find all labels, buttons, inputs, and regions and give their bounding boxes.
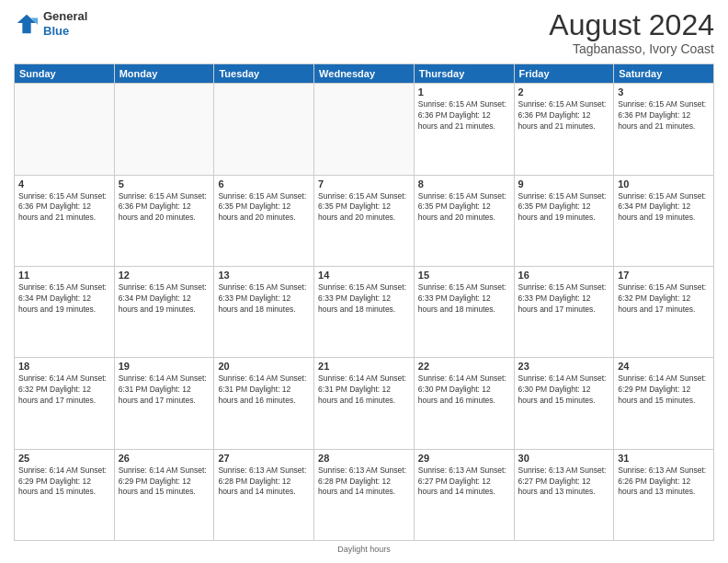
day-info: Sunrise: 6:15 AM Sunset: 6:33 PM Dayligh… bbox=[218, 282, 310, 316]
day-number: 4 bbox=[18, 178, 110, 190]
calendar-cell: 12Sunrise: 6:15 AM Sunset: 6:34 PM Dayli… bbox=[114, 266, 214, 357]
day-info: Sunrise: 6:14 AM Sunset: 6:29 PM Dayligh… bbox=[119, 465, 210, 499]
calendar-cell: 24Sunrise: 6:14 AM Sunset: 6:29 PM Dayli… bbox=[614, 358, 714, 449]
day-info: Sunrise: 6:15 AM Sunset: 6:36 PM Dayligh… bbox=[418, 99, 510, 132]
calendar-cell: 9Sunrise: 6:15 AM Sunset: 6:35 PM Daylig… bbox=[514, 175, 614, 266]
day-number: 25 bbox=[18, 453, 110, 464]
day-number: 3 bbox=[618, 86, 710, 98]
weekday-header-cell: Wednesday bbox=[314, 64, 415, 84]
day-number: 9 bbox=[518, 178, 610, 190]
calendar-cell bbox=[214, 84, 314, 175]
day-info: Sunrise: 6:13 AM Sunset: 6:27 PM Dayligh… bbox=[418, 465, 510, 499]
logo-icon bbox=[14, 11, 40, 37]
day-number: 6 bbox=[218, 178, 310, 190]
weekday-header-cell: Tuesday bbox=[214, 64, 314, 84]
day-number: 20 bbox=[218, 361, 310, 372]
calendar-cell: 27Sunrise: 6:13 AM Sunset: 6:28 PM Dayli… bbox=[214, 449, 314, 540]
day-number: 1 bbox=[418, 86, 510, 98]
day-info: Sunrise: 6:15 AM Sunset: 6:36 PM Dayligh… bbox=[18, 191, 110, 224]
day-number: 27 bbox=[218, 453, 310, 464]
day-info: Sunrise: 6:14 AM Sunset: 6:31 PM Dayligh… bbox=[119, 373, 210, 407]
day-info: Sunrise: 6:15 AM Sunset: 6:35 PM Dayligh… bbox=[418, 191, 510, 224]
day-info: Sunrise: 6:15 AM Sunset: 6:33 PM Dayligh… bbox=[418, 282, 510, 316]
day-number: 14 bbox=[318, 270, 410, 281]
day-info: Sunrise: 6:14 AM Sunset: 6:30 PM Dayligh… bbox=[418, 373, 510, 407]
day-info: Sunrise: 6:15 AM Sunset: 6:36 PM Dayligh… bbox=[518, 99, 610, 132]
day-info: Sunrise: 6:15 AM Sunset: 6:34 PM Dayligh… bbox=[618, 191, 710, 224]
weekday-header-cell: Monday bbox=[114, 64, 214, 84]
calendar-cell: 1Sunrise: 6:15 AM Sunset: 6:36 PM Daylig… bbox=[414, 84, 514, 175]
day-number: 7 bbox=[318, 178, 410, 190]
calendar-cell: 28Sunrise: 6:13 AM Sunset: 6:28 PM Dayli… bbox=[314, 449, 415, 540]
calendar-cell: 15Sunrise: 6:15 AM Sunset: 6:33 PM Dayli… bbox=[414, 266, 514, 357]
day-number: 26 bbox=[119, 453, 210, 464]
day-info: Sunrise: 6:15 AM Sunset: 6:36 PM Dayligh… bbox=[618, 99, 710, 132]
calendar-cell: 10Sunrise: 6:15 AM Sunset: 6:34 PM Dayli… bbox=[614, 175, 714, 266]
calendar-cell: 2Sunrise: 6:15 AM Sunset: 6:36 PM Daylig… bbox=[514, 84, 614, 175]
day-info: Sunrise: 6:13 AM Sunset: 6:28 PM Dayligh… bbox=[318, 465, 410, 499]
footer: Daylight hours bbox=[14, 545, 714, 554]
day-number: 8 bbox=[418, 178, 510, 190]
day-number: 5 bbox=[119, 178, 210, 190]
day-info: Sunrise: 6:15 AM Sunset: 6:36 PM Dayligh… bbox=[119, 191, 210, 224]
day-number: 21 bbox=[318, 361, 410, 372]
logo-text: General Blue bbox=[43, 9, 87, 38]
day-number: 29 bbox=[418, 453, 510, 464]
calendar-cell: 26Sunrise: 6:14 AM Sunset: 6:29 PM Dayli… bbox=[114, 449, 214, 540]
day-info: Sunrise: 6:15 AM Sunset: 6:33 PM Dayligh… bbox=[318, 282, 410, 316]
calendar-cell: 21Sunrise: 6:14 AM Sunset: 6:31 PM Dayli… bbox=[314, 358, 415, 449]
weekday-header-cell: Thursday bbox=[414, 64, 514, 84]
day-info: Sunrise: 6:15 AM Sunset: 6:35 PM Dayligh… bbox=[318, 191, 410, 224]
day-info: Sunrise: 6:15 AM Sunset: 6:35 PM Dayligh… bbox=[518, 191, 610, 224]
calendar-cell: 22Sunrise: 6:14 AM Sunset: 6:30 PM Dayli… bbox=[414, 358, 514, 449]
day-info: Sunrise: 6:13 AM Sunset: 6:28 PM Dayligh… bbox=[218, 465, 310, 499]
day-number: 30 bbox=[518, 453, 610, 464]
day-info: Sunrise: 6:15 AM Sunset: 6:35 PM Dayligh… bbox=[218, 191, 310, 224]
footer-text: Daylight hours bbox=[337, 545, 391, 554]
day-number: 24 bbox=[618, 361, 710, 372]
day-number: 28 bbox=[318, 453, 410, 464]
calendar-cell: 16Sunrise: 6:15 AM Sunset: 6:33 PM Dayli… bbox=[514, 266, 614, 357]
calendar-cell bbox=[15, 84, 115, 175]
day-info: Sunrise: 6:15 AM Sunset: 6:33 PM Dayligh… bbox=[518, 282, 610, 316]
day-info: Sunrise: 6:15 AM Sunset: 6:34 PM Dayligh… bbox=[119, 282, 210, 316]
day-info: Sunrise: 6:15 AM Sunset: 6:34 PM Dayligh… bbox=[18, 282, 110, 316]
calendar-cell: 8Sunrise: 6:15 AM Sunset: 6:35 PM Daylig… bbox=[414, 175, 514, 266]
weekday-header-cell: Friday bbox=[514, 64, 614, 84]
day-number: 15 bbox=[418, 270, 510, 281]
header: General Blue August 2024 Tagbanasso, Ivo… bbox=[14, 9, 714, 56]
calendar-cell: 7Sunrise: 6:15 AM Sunset: 6:35 PM Daylig… bbox=[314, 175, 415, 266]
calendar-cell: 18Sunrise: 6:14 AM Sunset: 6:32 PM Dayli… bbox=[15, 358, 115, 449]
logo: General Blue bbox=[14, 9, 87, 38]
day-number: 31 bbox=[618, 453, 710, 464]
month-title: August 2024 bbox=[549, 9, 714, 41]
day-number: 22 bbox=[418, 361, 510, 372]
day-number: 16 bbox=[518, 270, 610, 281]
day-info: Sunrise: 6:14 AM Sunset: 6:29 PM Dayligh… bbox=[18, 465, 110, 499]
day-number: 11 bbox=[18, 270, 110, 281]
calendar-cell: 3Sunrise: 6:15 AM Sunset: 6:36 PM Daylig… bbox=[614, 84, 714, 175]
day-info: Sunrise: 6:14 AM Sunset: 6:29 PM Dayligh… bbox=[618, 373, 710, 407]
calendar-cell: 19Sunrise: 6:14 AM Sunset: 6:31 PM Dayli… bbox=[114, 358, 214, 449]
day-number: 18 bbox=[18, 361, 110, 372]
calendar-cell bbox=[314, 84, 415, 175]
day-info: Sunrise: 6:14 AM Sunset: 6:31 PM Dayligh… bbox=[218, 373, 310, 407]
calendar-cell: 20Sunrise: 6:14 AM Sunset: 6:31 PM Dayli… bbox=[214, 358, 314, 449]
calendar-cell bbox=[114, 84, 214, 175]
svg-marker-0 bbox=[17, 14, 37, 33]
title-block: August 2024 Tagbanasso, Ivory Coast bbox=[549, 9, 714, 56]
day-info: Sunrise: 6:13 AM Sunset: 6:26 PM Dayligh… bbox=[618, 465, 710, 499]
calendar-cell: 17Sunrise: 6:15 AM Sunset: 6:32 PM Dayli… bbox=[614, 266, 714, 357]
calendar-cell: 30Sunrise: 6:13 AM Sunset: 6:27 PM Dayli… bbox=[514, 449, 614, 540]
day-number: 2 bbox=[518, 86, 610, 98]
calendar-cell: 31Sunrise: 6:13 AM Sunset: 6:26 PM Dayli… bbox=[614, 449, 714, 540]
day-info: Sunrise: 6:14 AM Sunset: 6:31 PM Dayligh… bbox=[318, 373, 410, 407]
day-info: Sunrise: 6:13 AM Sunset: 6:27 PM Dayligh… bbox=[518, 465, 610, 499]
day-number: 12 bbox=[119, 270, 210, 281]
day-number: 19 bbox=[119, 361, 210, 372]
day-number: 10 bbox=[618, 178, 710, 190]
calendar-table: SundayMondayTuesdayWednesdayThursdayFrid… bbox=[14, 63, 714, 541]
location-title: Tagbanasso, Ivory Coast bbox=[549, 41, 714, 56]
day-info: Sunrise: 6:14 AM Sunset: 6:30 PM Dayligh… bbox=[518, 373, 610, 407]
weekday-header-cell: Sunday bbox=[15, 64, 115, 84]
